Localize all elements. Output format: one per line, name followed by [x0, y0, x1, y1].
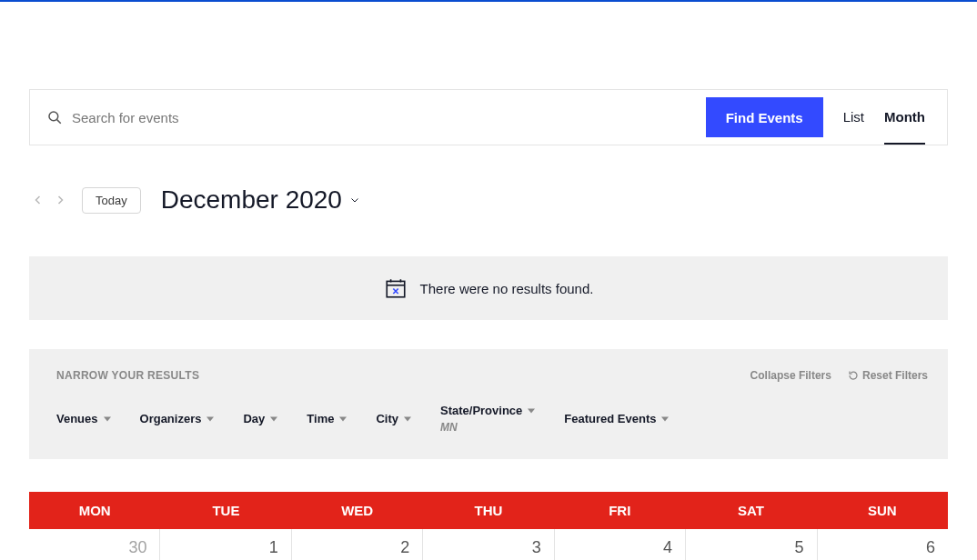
cal-head-thu: THU	[423, 492, 554, 529]
cal-head-fri: FRI	[554, 492, 685, 529]
today-button[interactable]: Today	[82, 187, 141, 214]
reset-filters-button[interactable]: Reset Filters	[848, 369, 928, 382]
svg-line-1	[57, 120, 61, 124]
filter-state-value: MN	[440, 421, 535, 434]
svg-marker-8	[104, 416, 111, 421]
caret-down-icon	[104, 415, 111, 423]
view-switcher: List Month	[843, 91, 947, 145]
view-list[interactable]: List	[843, 91, 864, 145]
svg-marker-13	[528, 408, 535, 413]
cal-day[interactable]: 5	[686, 529, 817, 560]
cal-day[interactable]: 6	[818, 529, 948, 560]
search-icon	[46, 109, 63, 125]
filter-day-label: Day	[243, 412, 265, 425]
no-results-text: There were no results found.	[420, 281, 594, 296]
cal-day[interactable]: 3	[423, 529, 554, 560]
collapse-filters-button[interactable]: Collapse Filters	[750, 369, 831, 382]
svg-rect-2	[387, 281, 405, 296]
month-title-text: December 2020	[161, 185, 342, 215]
caret-down-icon	[528, 407, 535, 415]
next-month-button[interactable]	[51, 191, 69, 209]
cal-day[interactable]: 2	[292, 529, 423, 560]
caret-down-icon	[270, 415, 277, 423]
filter-state[interactable]: State/Province MN	[440, 404, 535, 434]
filter-organizers-label: Organizers	[140, 412, 202, 425]
cal-head-sun: SUN	[817, 492, 948, 529]
svg-marker-12	[404, 416, 411, 421]
nav-arrows	[29, 191, 69, 209]
filter-time-label: Time	[307, 412, 334, 425]
caret-down-icon	[404, 415, 411, 423]
search-field-wrap	[30, 109, 706, 125]
view-month[interactable]: Month	[884, 91, 925, 145]
filter-venues[interactable]: Venues	[56, 404, 111, 434]
svg-marker-9	[206, 416, 214, 421]
calendar-empty-icon	[384, 276, 408, 300]
filter-panel: NARROW YOUR RESULTS Collapse Filters Res…	[29, 349, 948, 459]
search-bar: Find Events List Month	[29, 89, 948, 145]
date-navigation: Today December 2020	[29, 185, 948, 215]
cal-day[interactable]: 30	[29, 529, 160, 560]
chevron-down-icon	[349, 195, 360, 205]
filter-time[interactable]: Time	[307, 404, 347, 434]
calendar-header-row: MON TUE WED THU FRI SAT SUN	[29, 492, 948, 529]
cal-head-sat: SAT	[685, 492, 816, 529]
filter-state-label: State/Province	[440, 404, 522, 417]
caret-down-icon	[339, 415, 347, 423]
filter-organizers[interactable]: Organizers	[140, 404, 215, 434]
prev-month-button[interactable]	[29, 191, 47, 209]
filter-venues-label: Venues	[56, 412, 98, 425]
svg-point-0	[49, 112, 58, 121]
filter-heading: NARROW YOUR RESULTS	[56, 369, 199, 382]
cal-head-mon: MON	[29, 492, 160, 529]
calendar-row: 30 1 2 3 4 5 6	[29, 529, 948, 560]
search-input[interactable]	[72, 110, 690, 125]
svg-marker-14	[661, 416, 669, 421]
cal-day[interactable]: 1	[160, 529, 291, 560]
cal-head-wed: WED	[292, 492, 423, 529]
reset-filters-label: Reset Filters	[862, 369, 928, 382]
filter-day[interactable]: Day	[243, 404, 277, 434]
filter-featured-label: Featured Events	[564, 412, 656, 425]
filter-city[interactable]: City	[376, 404, 411, 434]
cal-head-tue: TUE	[160, 492, 291, 529]
month-picker[interactable]: December 2020	[161, 185, 360, 215]
filter-featured[interactable]: Featured Events	[564, 404, 669, 434]
caret-down-icon	[206, 415, 214, 423]
cal-day[interactable]: 4	[555, 529, 686, 560]
caret-down-icon	[661, 415, 669, 423]
svg-marker-11	[339, 416, 347, 421]
no-results-banner: There were no results found.	[29, 256, 948, 320]
calendar-grid: MON TUE WED THU FRI SAT SUN 30 1 2 3 4 5…	[29, 492, 948, 560]
reset-icon	[848, 370, 859, 381]
svg-marker-10	[270, 416, 277, 421]
find-events-button[interactable]: Find Events	[706, 97, 823, 137]
filter-city-label: City	[376, 412, 398, 425]
